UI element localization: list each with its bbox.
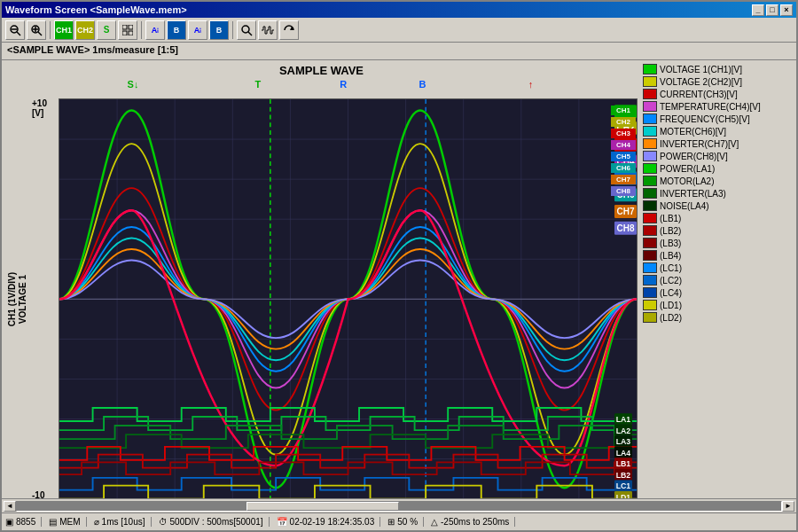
ch2-badge[interactable]: CH2 [611,117,636,127]
status-text-date: 02-02-19 18:24:35.03 [290,517,375,527]
waveform-svg[interactable]: CH1 CH2 CH3 CH4 CH5 CH6 [59,98,638,498]
legend-container: VOLTAGE 1(CH1)[V]VOLTAGE 2(CH2)[V]CURREN… [643,64,794,323]
legend-text-1: VOLTAGE 2(CH2)[V] [660,77,742,87]
zoom-icon: ⊞ [387,517,395,527]
ch7-badge[interactable]: CH7 [611,175,636,184]
ch2-btn[interactable]: CH2 [75,20,95,40]
ch5-badge[interactable]: CH5 [611,152,636,161]
legend-item-18: (LC4) [643,287,794,298]
grid-btn[interactable] [118,20,137,40]
svg-rect-8 [129,25,133,29]
legend-text-4: FREQUENCY(CH5)[V] [660,114,750,124]
waveform-btn[interactable] [258,20,278,40]
legend-text-9: MOTOR(LA2) [660,176,715,186]
y-labels: +10[V] -10 [30,98,59,498]
legend-item-15: (LB4) [643,250,794,261]
svg-text:LB1: LB1 [616,459,631,468]
legend-item-16: (LC1) [643,262,794,273]
s-marker-btn[interactable]: S [97,20,116,40]
ch3-badge[interactable]: CH3 [611,129,636,138]
legend-icon-3 [643,101,657,112]
info-text: <SAMPLE WAVE> 1ms/measure [1:5] [7,44,178,55]
ch1-badge[interactable]: CH1 [611,106,636,115]
cursor-b2-btn[interactable]: B [209,20,229,40]
separator-3 [232,21,233,39]
close-button[interactable]: × [780,4,793,16]
refresh-btn[interactable] [279,20,299,40]
cursor-a2-btn[interactable]: Aᵢ [188,20,207,40]
svg-text:LA4: LA4 [616,449,631,458]
legend-panel: VOLTAGE 1(CH1)[V]VOLTAGE 2(CH2)[V]CURREN… [641,60,796,498]
separator-1 [50,21,51,39]
scrollbar-thumb[interactable] [246,502,399,511]
legend-item-17: (LC2) [643,275,794,286]
ch6-badge[interactable]: CH6 [611,163,636,173]
maximize-button[interactable]: □ [766,4,778,16]
status-item-date: 📅 02-02-19 18:24:35.03 [277,517,381,527]
legend-icon-4 [643,113,657,124]
y-min-label: -10 [32,490,57,498]
legend-icon-12 [643,213,657,223]
svg-text:LD1: LD1 [616,493,631,498]
chart-container: CH1 (1V/DIV)VOLTAGE 1 S↓ T R B ↑ [5,79,638,498]
svg-rect-7 [122,25,127,29]
legend-icon-16 [643,262,657,273]
status-item-range: △ -250ms to 250ms [431,517,515,527]
chart-area: SAMPLE WAVE CH1 (1V/DIV)VOLTAGE 1 S↓ T R… [2,60,641,498]
status-icon-num: ▣ [5,517,13,527]
legend-text-8: POWER(LA1) [660,164,715,174]
legend-icon-15 [643,250,657,261]
legend-text-18: (LC4) [660,288,682,298]
legend-item-13: (LB2) [643,225,794,236]
toolbar: CH1 CH2 S Aᵢ B Aᵢ B [2,18,796,43]
status-text-range: -250ms to 250ms [441,517,509,527]
legend-text-3: TEMPERATURE(CH4)[V] [660,102,761,112]
cursor-b-btn[interactable]: B [167,20,186,40]
legend-item-20: (LD2) [643,312,794,323]
legend-item-6: INVERTER(CH7)[V] [643,138,794,149]
title-bar-buttons: _ □ × [752,4,793,16]
legend-icon-18 [643,287,657,298]
legend-icon-20 [643,312,657,323]
marker-end: ↑ [528,79,534,90]
legend-icon-10 [643,188,657,199]
legend-icon-17 [643,275,657,286]
interval-icon: ⌀ [94,517,99,527]
svg-text:LA1: LA1 [616,415,631,424]
scroll-right-button[interactable]: ► [782,501,794,512]
minimize-button[interactable]: _ [752,4,764,16]
legend-item-5: MOTER(CH6)[V] [643,126,794,137]
legend-item-11: NOISE(LA4) [643,200,794,211]
plot-area[interactable]: CH1 CH2 CH3 CH4 CH5 CH6 [59,98,638,498]
svg-point-11 [242,26,249,33]
legend-icon-5 [643,126,657,137]
zoom-in-button[interactable] [27,20,46,40]
svg-text:LA3: LA3 [616,437,631,446]
legend-item-2: CURRENT(CH3)[V] [643,89,794,99]
main-content: SAMPLE WAVE CH1 (1V/DIV)VOLTAGE 1 S↓ T R… [2,60,796,498]
ch8-badge[interactable]: CH8 [611,186,636,196]
search-btn[interactable] [237,20,256,40]
scrollbar-track[interactable] [16,501,782,512]
legend-icon-14 [643,238,657,248]
legend-icon-2 [643,89,657,99]
main-window: Waveform Screen <SampleWave.mem> _ □ × C… [0,0,798,532]
legend-text-5: MOTER(CH6)[V] [660,127,726,137]
date-icon: 📅 [277,517,287,527]
legend-icon-6 [643,138,657,149]
status-item-zoom: ⊞ 50 % [387,517,424,527]
legend-icon-19 [643,300,657,310]
legend-icon-7 [643,151,657,161]
channel-badges: CH1 CH2 CH3 CH4 CH5 CH6 CH7 CH8 [611,106,636,196]
svg-text:CH7: CH7 [616,207,634,216]
markers-row: S↓ T R B ↑ [30,79,638,98]
ch4-badge[interactable]: CH4 [611,140,636,150]
range-icon: △ [431,517,438,527]
scroll-left-button[interactable]: ◄ [4,501,16,512]
ch1-btn[interactable]: CH1 [54,20,74,40]
zoom-out-button[interactable] [5,20,25,40]
svg-text:LB2: LB2 [616,471,631,480]
cursor-a-btn[interactable]: Aᵢ [145,20,165,40]
div-icon: ⏱ [159,517,168,527]
scrollbar-area: ◄ ► [2,498,796,512]
